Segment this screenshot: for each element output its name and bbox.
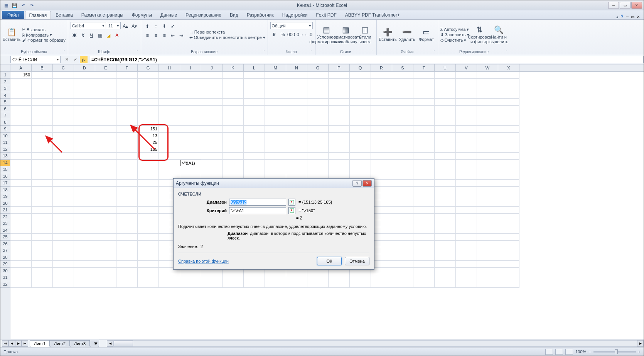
row-header[interactable]: 28 <box>0 254 10 261</box>
dialog-titlebar[interactable]: Аргументы функции ? ✕ <box>174 179 374 188</box>
row-header[interactable]: 26 <box>0 241 10 248</box>
col-header[interactable]: G <box>138 64 159 71</box>
row-header[interactable]: 19 <box>0 193 10 200</box>
col-header[interactable]: B <box>32 64 53 71</box>
row-header[interactable]: 5 <box>0 99 10 106</box>
tab-insert[interactable]: Вставка <box>52 11 77 19</box>
currency-button[interactable]: ₽ <box>270 30 278 39</box>
font-color-button[interactable]: A <box>113 31 121 39</box>
font-size-select[interactable]: 11▾ <box>107 22 121 29</box>
row-header[interactable]: 6 <box>0 106 10 113</box>
col-header[interactable]: X <box>498 64 519 71</box>
tab-home[interactable]: Главная <box>25 11 51 19</box>
bold-button[interactable]: Ж <box>71 31 79 39</box>
row-header[interactable]: 22 <box>0 214 10 221</box>
paste-button[interactable]: 📋Вставить <box>3 20 20 49</box>
indent-dec-button[interactable]: ⇤ <box>169 31 177 39</box>
col-header[interactable]: P <box>329 64 350 71</box>
file-tab[interactable]: Файл <box>2 11 24 19</box>
col-header[interactable]: D <box>74 64 95 71</box>
row-header[interactable]: 15 <box>0 166 10 173</box>
row-header[interactable]: 3 <box>0 85 10 92</box>
row-header[interactable]: 4 <box>0 92 10 99</box>
row-header[interactable]: 30 <box>0 268 10 275</box>
cancel-formula-button[interactable]: ✕ <box>63 56 71 63</box>
row-header[interactable]: 23 <box>0 220 10 227</box>
range-ref-button[interactable] <box>288 199 295 206</box>
ok-button[interactable]: ОК <box>317 257 342 265</box>
indent-inc-button[interactable]: ⇥ <box>177 31 185 39</box>
tab-developer[interactable]: Разработчик <box>243 11 278 19</box>
enter-formula-button[interactable]: ✓ <box>71 56 79 63</box>
cut-button[interactable]: ✂ Вырезать <box>22 27 66 32</box>
fill-button[interactable]: ⬇ Заполнить ▾ <box>440 32 469 37</box>
align-middle-button[interactable]: ↕ <box>152 22 160 30</box>
col-header[interactable]: S <box>392 64 413 71</box>
close-button[interactable]: ✕ <box>631 2 642 9</box>
clear-button[interactable]: ◇ Очистить ▾ <box>440 38 469 43</box>
sheet-tab[interactable]: Лист1 <box>30 340 50 347</box>
zoom-out-button[interactable]: − <box>588 349 591 354</box>
view-normal-button[interactable] <box>545 349 553 355</box>
shrink-font-button[interactable]: A▾ <box>130 22 138 30</box>
row-header[interactable]: 14 <box>0 160 10 167</box>
format-button[interactable]: ▭Формат <box>418 20 435 49</box>
row-header[interactable]: 2 <box>0 79 10 86</box>
align-center-button[interactable]: ≡ <box>152 31 160 39</box>
delete-button[interactable]: ➖Удалить <box>398 20 416 49</box>
sheet-nav-last[interactable]: ⏭ <box>22 340 28 347</box>
doc-max-icon[interactable]: ▭ <box>631 15 634 19</box>
col-header[interactable]: I <box>180 64 201 71</box>
col-header[interactable]: L <box>244 64 265 71</box>
row-header[interactable]: 18 <box>0 187 10 194</box>
tab-view[interactable]: Вид <box>226 11 242 19</box>
cell-I14[interactable]: >"&A1) <box>180 160 201 167</box>
find-select-button[interactable]: 🔍Найти и выделить <box>490 20 508 49</box>
format-table-button[interactable]: ▦Форматировать как таблицу <box>337 20 355 49</box>
criteria-ref-button[interactable] <box>288 207 295 214</box>
format-painter-button[interactable]: 🖌 Формат по образцу <box>22 38 66 42</box>
align-top-button[interactable]: ⬆ <box>143 22 152 30</box>
save-icon[interactable]: 💾 <box>11 2 18 9</box>
dialog-close-button[interactable]: ✕ <box>362 180 372 187</box>
tab-review[interactable]: Рецензирование <box>182 11 225 19</box>
row-header[interactable]: 8 <box>0 119 10 126</box>
row-header[interactable]: 25 <box>0 234 10 241</box>
col-header[interactable]: J <box>201 64 223 71</box>
align-left-button[interactable]: ≡ <box>143 31 152 39</box>
border-button[interactable]: ▦ <box>96 31 104 39</box>
redo-icon[interactable]: ↷ <box>28 2 35 9</box>
help-icon[interactable]: ? <box>621 14 624 19</box>
col-header[interactable]: H <box>159 64 180 71</box>
col-header[interactable]: M <box>265 64 286 71</box>
criteria-input[interactable]: ">"&A1 <box>229 207 286 214</box>
help-link[interactable]: Справка по этой функции <box>178 259 229 263</box>
underline-button[interactable]: Ч <box>88 31 96 39</box>
orientation-button[interactable]: ⤢ <box>169 22 177 30</box>
wrap-text-button[interactable]: ⬚ Перенос текста <box>189 30 265 35</box>
inc-decimal-button[interactable]: .0→ <box>296 30 304 39</box>
doc-min-icon[interactable]: ─ <box>626 15 629 19</box>
view-break-button[interactable] <box>565 349 573 355</box>
tab-abbyy[interactable]: ABBYY PDF Transformer+ <box>341 11 404 19</box>
row-header[interactable]: 21 <box>0 207 10 214</box>
sheet-nav-first[interactable]: ⏮ <box>2 340 8 347</box>
row-header[interactable]: 32 <box>0 281 10 288</box>
undo-icon[interactable]: ↶ <box>20 2 27 9</box>
h-scrollbar[interactable] <box>113 340 637 347</box>
col-header[interactable]: E <box>95 64 116 71</box>
col-header[interactable]: Q <box>350 64 371 71</box>
col-header[interactable]: A <box>10 64 32 71</box>
maximize-button[interactable]: ▭ <box>620 2 631 9</box>
font-family-select[interactable]: Calibri▾ <box>71 22 106 29</box>
italic-button[interactable]: К <box>79 31 87 39</box>
range-input[interactable]: G9:G12 <box>229 199 286 206</box>
cell-styles-button[interactable]: ◫Стили ячеек <box>356 20 374 49</box>
col-header[interactable]: N <box>286 64 307 71</box>
row-header[interactable]: 11 <box>0 139 10 146</box>
tab-addins[interactable]: Надстройки <box>278 11 312 19</box>
col-header[interactable]: O <box>307 64 329 71</box>
percent-button[interactable]: % <box>279 30 287 39</box>
zoom-in-button[interactable]: + <box>638 349 641 354</box>
scroll-left[interactable]: ◀ <box>107 340 113 347</box>
